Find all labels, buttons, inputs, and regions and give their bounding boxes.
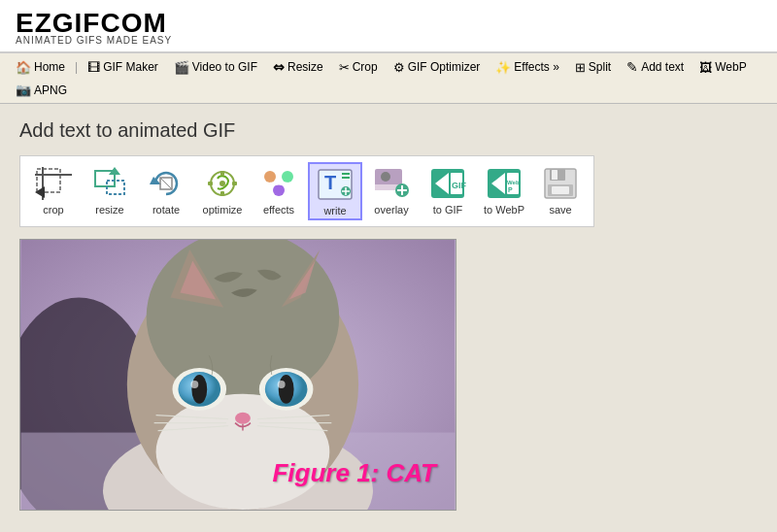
svg-rect-45	[552, 186, 569, 194]
crop-icon	[339, 60, 350, 75]
svg-point-59	[191, 375, 207, 404]
svg-point-27	[381, 172, 390, 182]
resize-icon	[273, 59, 285, 75]
tool-overlay[interactable]: overlay	[364, 162, 419, 220]
toolbar: crop resize rot	[19, 155, 594, 227]
svg-point-18	[273, 184, 285, 196]
optimize-tool-icon	[202, 165, 243, 202]
effects-icon	[495, 60, 511, 75]
nav-crop[interactable]: Crop	[333, 58, 384, 77]
nav-resize[interactable]: Resize	[267, 57, 329, 77]
tool-optimize[interactable]: optimize	[195, 162, 250, 220]
svg-rect-0	[37, 169, 60, 192]
logo-subtitle: ANIMATED GIFS MADE EASY	[16, 35, 761, 46]
optimize-tool-label: optimize	[203, 204, 243, 216]
addtext-icon	[626, 59, 638, 75]
page-title: Add text to animated GIF	[19, 119, 758, 142]
home-icon	[16, 60, 31, 75]
svg-text:P: P	[508, 186, 513, 193]
svg-point-65	[235, 413, 251, 424]
svg-line-9	[160, 178, 172, 189]
togif-tool-icon: GIF	[427, 165, 468, 202]
svg-rect-13	[220, 191, 224, 196]
svg-marker-7	[150, 177, 161, 184]
crop-tool-label: crop	[43, 204, 63, 216]
save-tool-label: save	[549, 204, 571, 216]
tool-rotate[interactable]: rotate	[139, 162, 193, 220]
towebp-tool-label: to WebP	[484, 204, 524, 216]
nav-apng[interactable]: APNG	[10, 81, 73, 99]
svg-point-63	[279, 375, 294, 404]
svg-point-16	[264, 171, 276, 183]
image-container: Figure 1: CAT	[19, 239, 456, 511]
nav-add-text[interactable]: Add text	[621, 57, 690, 77]
save-tool-icon	[540, 165, 581, 202]
main-content: Add text to animated GIF crop	[0, 104, 777, 532]
tool-effects[interactable]: effects	[252, 162, 306, 220]
apng-icon	[16, 83, 31, 97]
svg-text:Web: Web	[507, 180, 520, 185]
crop-tool-icon	[33, 165, 74, 202]
towebp-tool-icon: Web P	[484, 165, 524, 202]
tool-to-webp[interactable]: Web P to WebP	[477, 162, 531, 220]
svg-point-56	[156, 394, 330, 510]
svg-point-60	[190, 381, 198, 388]
nav-gif-optimizer[interactable]: GIF Optimizer	[388, 58, 487, 77]
svg-rect-12	[220, 171, 224, 176]
rotate-tool-icon	[146, 165, 186, 202]
nav-gif-maker[interactable]: GIF Maker	[82, 58, 164, 77]
webp-icon	[699, 60, 712, 75]
nav-video-to-gif[interactable]: Video to GIF	[168, 58, 263, 77]
nav-home[interactable]: Home	[10, 58, 71, 77]
gif-icon	[87, 60, 100, 75]
video-icon	[174, 60, 189, 75]
header: EZGIFCOM ANIMATED GIFS MADE EASY	[0, 0, 777, 53]
svg-point-64	[278, 381, 286, 388]
tool-write[interactable]: T write	[308, 162, 362, 220]
svg-point-17	[282, 171, 293, 183]
svg-marker-3	[35, 186, 45, 198]
svg-rect-15	[232, 182, 237, 185]
overlay-tool-label: overlay	[374, 204, 408, 216]
effects-tool-label: effects	[263, 204, 294, 216]
resize-tool-icon	[89, 165, 130, 202]
tool-to-gif[interactable]: GIF to GIF	[421, 162, 475, 220]
image-caption: Figure 1: CAT	[272, 458, 436, 488]
navbar: Home | GIF Maker Video to GIF Resize Cro…	[0, 53, 777, 104]
tool-resize[interactable]: resize	[83, 162, 137, 220]
tool-crop[interactable]: crop	[26, 162, 81, 220]
rotate-tool-label: rotate	[152, 204, 180, 216]
nav-effects[interactable]: Effects »	[490, 58, 564, 77]
nav-split[interactable]: Split	[569, 58, 617, 77]
togif-tool-label: to GIF	[433, 204, 463, 216]
effects-tool-icon	[258, 165, 299, 202]
svg-text:GIF: GIF	[452, 181, 466, 190]
tool-save[interactable]: save	[533, 162, 588, 220]
overlay-tool-icon	[371, 165, 412, 202]
svg-text:T: T	[324, 172, 336, 193]
write-tool-icon: T	[315, 166, 355, 203]
svg-rect-43	[552, 170, 557, 180]
svg-point-11	[220, 181, 225, 186]
svg-rect-14	[208, 182, 213, 185]
resize-tool-label: resize	[95, 204, 123, 216]
write-tool-label: write	[323, 205, 346, 216]
nav-webp[interactable]: WebP	[693, 58, 752, 77]
optimizer-icon	[393, 60, 405, 75]
split-icon	[575, 60, 586, 75]
